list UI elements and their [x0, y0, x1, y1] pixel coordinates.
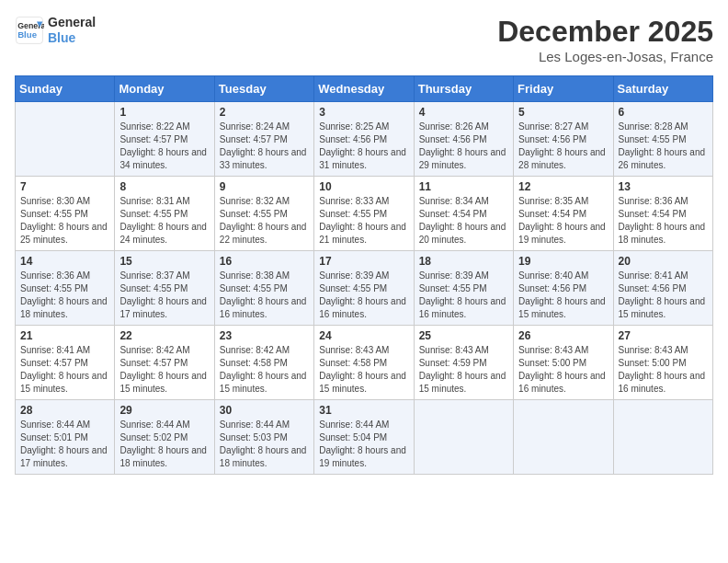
calendar-cell: 19Sunrise: 8:40 AM Sunset: 4:56 PM Dayli…: [514, 251, 613, 326]
day-number: 3: [319, 106, 408, 119]
calendar-cell: 2Sunrise: 8:24 AM Sunset: 4:57 PM Daylig…: [214, 102, 313, 177]
calendar-week-4: 21Sunrise: 8:41 AM Sunset: 4:57 PM Dayli…: [16, 326, 713, 400]
col-thursday: Thursday: [414, 76, 513, 102]
title-block: December 2025 Les Loges-en-Josas, France: [497, 15, 713, 64]
calendar-cell: 3Sunrise: 8:25 AM Sunset: 4:56 PM Daylig…: [314, 102, 414, 177]
logo: General Blue General Blue: [15, 15, 96, 46]
header-row: Sunday Monday Tuesday Wednesday Thursday…: [16, 76, 713, 102]
calendar-week-5: 28Sunrise: 8:44 AM Sunset: 5:01 PM Dayli…: [16, 400, 713, 475]
calendar-cell: [514, 400, 613, 475]
day-info: Sunrise: 8:38 AM Sunset: 4:55 PM Dayligh…: [220, 270, 309, 321]
calendar-cell: [613, 400, 712, 475]
day-info: Sunrise: 8:33 AM Sunset: 4:55 PM Dayligh…: [319, 195, 408, 247]
day-info: Sunrise: 8:44 AM Sunset: 5:03 PM Dayligh…: [220, 419, 309, 470]
calendar-cell: 1Sunrise: 8:22 AM Sunset: 4:57 PM Daylig…: [115, 102, 214, 177]
calendar-cell: 24Sunrise: 8:43 AM Sunset: 4:58 PM Dayli…: [314, 326, 414, 400]
calendar-cell: 27Sunrise: 8:43 AM Sunset: 5:00 PM Dayli…: [613, 326, 712, 400]
calendar-cell: 6Sunrise: 8:28 AM Sunset: 4:55 PM Daylig…: [613, 102, 712, 177]
day-info: Sunrise: 8:37 AM Sunset: 4:55 PM Dayligh…: [119, 270, 209, 321]
calendar-cell: 12Sunrise: 8:35 AM Sunset: 4:54 PM Dayli…: [514, 177, 613, 251]
day-info: Sunrise: 8:44 AM Sunset: 5:01 PM Dayligh…: [20, 419, 109, 470]
day-info: Sunrise: 8:43 AM Sunset: 5:00 PM Dayligh…: [518, 344, 608, 396]
day-number: 23: [220, 329, 309, 342]
calendar-cell: 7Sunrise: 8:30 AM Sunset: 4:55 PM Daylig…: [16, 177, 115, 251]
day-info: Sunrise: 8:39 AM Sunset: 4:55 PM Dayligh…: [319, 270, 408, 321]
col-monday: Monday: [115, 76, 214, 102]
day-number: 14: [20, 255, 109, 268]
calendar-cell: 10Sunrise: 8:33 AM Sunset: 4:55 PM Dayli…: [314, 177, 414, 251]
day-info: Sunrise: 8:42 AM Sunset: 4:57 PM Dayligh…: [119, 344, 209, 396]
calendar-table: Sunday Monday Tuesday Wednesday Thursday…: [15, 75, 713, 475]
col-friday: Friday: [514, 76, 613, 102]
day-info: Sunrise: 8:36 AM Sunset: 4:54 PM Dayligh…: [619, 195, 708, 247]
calendar-week-1: 1Sunrise: 8:22 AM Sunset: 4:57 PM Daylig…: [16, 102, 713, 177]
day-info: Sunrise: 8:32 AM Sunset: 4:55 PM Dayligh…: [220, 195, 309, 247]
calendar-cell: 23Sunrise: 8:42 AM Sunset: 4:58 PM Dayli…: [214, 326, 313, 400]
day-number: 19: [518, 255, 608, 268]
day-number: 29: [119, 404, 209, 417]
day-number: 26: [518, 329, 608, 342]
day-number: 28: [20, 404, 109, 417]
day-number: 7: [20, 180, 109, 193]
day-number: 22: [119, 329, 209, 342]
day-number: 31: [319, 404, 408, 417]
calendar-cell: 14Sunrise: 8:36 AM Sunset: 4:55 PM Dayli…: [16, 251, 115, 326]
calendar-cell: [414, 400, 513, 475]
day-info: Sunrise: 8:26 AM Sunset: 4:56 PM Dayligh…: [419, 121, 508, 172]
calendar-cell: 22Sunrise: 8:42 AM Sunset: 4:57 PM Dayli…: [115, 326, 214, 400]
month-title: December 2025: [497, 15, 713, 49]
day-number: 1: [119, 106, 209, 119]
calendar-cell: 25Sunrise: 8:43 AM Sunset: 4:59 PM Dayli…: [414, 326, 513, 400]
day-number: 24: [319, 329, 408, 342]
day-number: 30: [220, 404, 309, 417]
calendar-cell: 13Sunrise: 8:36 AM Sunset: 4:54 PM Dayli…: [613, 177, 712, 251]
logo-icon: General Blue: [15, 16, 44, 45]
day-info: Sunrise: 8:44 AM Sunset: 5:02 PM Dayligh…: [119, 419, 209, 470]
day-info: Sunrise: 8:42 AM Sunset: 4:58 PM Dayligh…: [220, 344, 309, 396]
location: Les Loges-en-Josas, France: [497, 49, 713, 64]
day-number: 11: [419, 180, 508, 193]
day-info: Sunrise: 8:43 AM Sunset: 4:59 PM Dayligh…: [419, 344, 508, 396]
day-info: Sunrise: 8:43 AM Sunset: 5:00 PM Dayligh…: [619, 344, 708, 396]
day-info: Sunrise: 8:34 AM Sunset: 4:54 PM Dayligh…: [419, 195, 508, 247]
day-info: Sunrise: 8:44 AM Sunset: 5:04 PM Dayligh…: [319, 419, 408, 470]
logo-text-blue: Blue: [48, 30, 96, 46]
day-info: Sunrise: 8:35 AM Sunset: 4:54 PM Dayligh…: [518, 195, 608, 247]
day-number: 5: [518, 106, 608, 119]
day-number: 27: [619, 329, 708, 342]
day-number: 20: [619, 255, 708, 268]
day-info: Sunrise: 8:41 AM Sunset: 4:57 PM Dayligh…: [20, 344, 109, 396]
calendar-cell: 29Sunrise: 8:44 AM Sunset: 5:02 PM Dayli…: [115, 400, 214, 475]
day-number: 10: [319, 180, 408, 193]
day-number: 9: [220, 180, 309, 193]
day-info: Sunrise: 8:40 AM Sunset: 4:56 PM Dayligh…: [518, 270, 608, 321]
calendar-cell: 18Sunrise: 8:39 AM Sunset: 4:55 PM Dayli…: [414, 251, 513, 326]
day-info: Sunrise: 8:25 AM Sunset: 4:56 PM Dayligh…: [319, 121, 408, 172]
day-number: 13: [619, 180, 708, 193]
day-info: Sunrise: 8:24 AM Sunset: 4:57 PM Dayligh…: [220, 121, 309, 172]
calendar-cell: 28Sunrise: 8:44 AM Sunset: 5:01 PM Dayli…: [16, 400, 115, 475]
logo-text-general: General: [48, 15, 96, 30]
day-number: 17: [319, 255, 408, 268]
calendar-cell: 8Sunrise: 8:31 AM Sunset: 4:55 PM Daylig…: [115, 177, 214, 251]
calendar-cell: 31Sunrise: 8:44 AM Sunset: 5:04 PM Dayli…: [314, 400, 414, 475]
day-info: Sunrise: 8:41 AM Sunset: 4:56 PM Dayligh…: [619, 270, 708, 321]
col-wednesday: Wednesday: [314, 76, 414, 102]
day-number: 2: [220, 106, 309, 119]
calendar-cell: [16, 102, 115, 177]
day-number: 18: [419, 255, 508, 268]
day-number: 15: [119, 255, 209, 268]
col-sunday: Sunday: [16, 76, 115, 102]
calendar-cell: 11Sunrise: 8:34 AM Sunset: 4:54 PM Dayli…: [414, 177, 513, 251]
calendar-cell: 26Sunrise: 8:43 AM Sunset: 5:00 PM Dayli…: [514, 326, 613, 400]
day-info: Sunrise: 8:39 AM Sunset: 4:55 PM Dayligh…: [419, 270, 508, 321]
calendar-cell: 4Sunrise: 8:26 AM Sunset: 4:56 PM Daylig…: [414, 102, 513, 177]
calendar-week-3: 14Sunrise: 8:36 AM Sunset: 4:55 PM Dayli…: [16, 251, 713, 326]
calendar-cell: 16Sunrise: 8:38 AM Sunset: 4:55 PM Dayli…: [214, 251, 313, 326]
day-number: 21: [20, 329, 109, 342]
day-info: Sunrise: 8:30 AM Sunset: 4:55 PM Dayligh…: [20, 195, 109, 247]
calendar-week-2: 7Sunrise: 8:30 AM Sunset: 4:55 PM Daylig…: [16, 177, 713, 251]
calendar-cell: 15Sunrise: 8:37 AM Sunset: 4:55 PM Dayli…: [115, 251, 214, 326]
day-info: Sunrise: 8:28 AM Sunset: 4:55 PM Dayligh…: [619, 121, 708, 172]
day-number: 4: [419, 106, 508, 119]
